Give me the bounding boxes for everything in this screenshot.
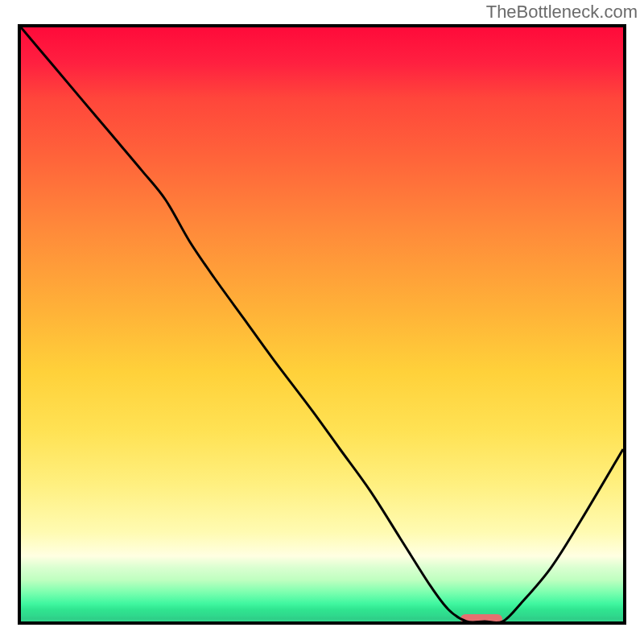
optimal-marker [460, 614, 502, 624]
plot-area [18, 24, 626, 625]
gradient-background [21, 27, 623, 621]
watermark-text: TheBottleneck.com [486, 2, 638, 23]
chart-container: TheBottleneck.com [0, 0, 644, 644]
